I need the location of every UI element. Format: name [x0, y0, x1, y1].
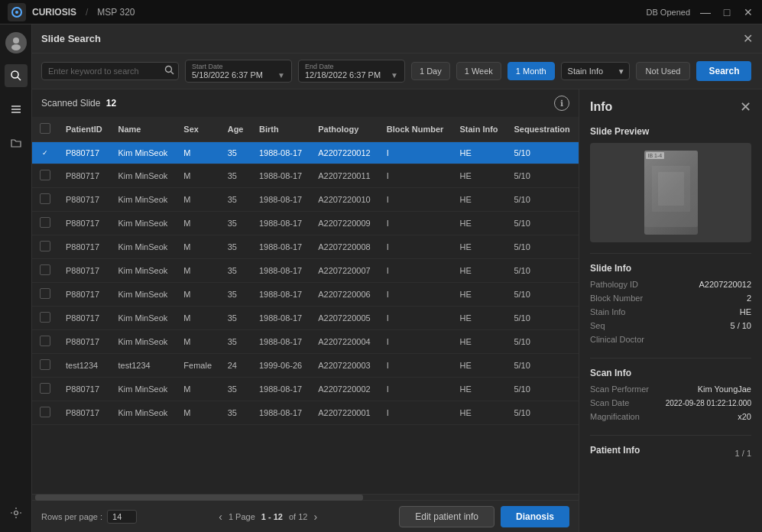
page-total: of 12	[289, 512, 307, 521]
info-panel-close-button[interactable]: ✕	[740, 99, 751, 115]
table-row[interactable]: test1234test1234Female241999-06-26A22072…	[32, 354, 579, 378]
cell-seq: 5/10	[506, 235, 579, 259]
search-button[interactable]: Search	[696, 61, 751, 81]
cell-name: Kim MinSeok	[111, 283, 177, 307]
slide-search-panel: Slide Search ✕ Start Date	[32, 24, 762, 532]
app-name: CURIOSIS	[32, 7, 76, 18]
start-date-field[interactable]: Start Date 5/18/2022 6:37 PM ▼	[185, 60, 292, 83]
search-input[interactable]	[41, 62, 179, 80]
svg-rect-7	[11, 109, 21, 110]
title-separator: /	[86, 7, 88, 18]
rows-per-page-select[interactable]: 14 25 50	[107, 510, 137, 524]
cell-sex: M	[176, 401, 219, 425]
slide-info-label: Slide Info	[590, 263, 751, 274]
slide-preview-label: Slide Preview	[590, 126, 751, 137]
cell-block: I	[379, 307, 452, 330]
nav-folder-icon[interactable]	[5, 131, 28, 154]
cell-block: I	[379, 401, 452, 425]
col-sex: Sex	[176, 117, 219, 142]
table-row[interactable]: P880717Kim MinSeokM351988-08-17A22072200…	[32, 235, 579, 259]
row-checkbox[interactable]	[40, 288, 50, 299]
info-panel: Info ✕ Slide Preview IB 1-4	[579, 89, 762, 532]
table-row[interactable]: P880717Kim MinSeokM351988-08-17A22072200…	[32, 307, 579, 330]
svg-point-1	[15, 11, 18, 14]
cell-seq: 5/10	[506, 401, 579, 425]
rpp-select-wrapper: 14 25 50	[107, 510, 137, 524]
cell-sex: M	[176, 235, 219, 259]
end-date-field[interactable]: End Date 12/18/2022 6:37 PM ▼	[298, 60, 405, 83]
row-checkbox[interactable]	[40, 170, 50, 180]
stain-info-val: HE	[740, 307, 751, 316]
maximize-button[interactable]: □	[721, 6, 733, 18]
cell-sex: M	[176, 188, 219, 212]
svg-line-5	[18, 77, 21, 80]
block-number-val: 2	[747, 294, 751, 303]
stain-select[interactable]: Stain Info HE IHC Special	[561, 62, 630, 80]
row-checkbox[interactable]	[40, 241, 50, 251]
select-all-checkbox[interactable]	[40, 123, 50, 134]
cell-patientid: P880717	[58, 142, 111, 164]
minimize-button[interactable]: —	[699, 6, 712, 18]
table-row[interactable]: ✓P880717Kim MinSeokM351988-08-17A2207220…	[32, 142, 579, 164]
table-row[interactable]: P880717Kim MinSeokM351988-08-17A22072200…	[32, 401, 579, 425]
table-info-icon[interactable]: ℹ	[554, 96, 569, 111]
next-page-button[interactable]: ›	[313, 511, 317, 523]
cell-age: 35	[220, 283, 251, 307]
nav-settings-icon[interactable]	[5, 501, 28, 524]
h-scroll-thumb[interactable]	[35, 495, 363, 501]
1day-button[interactable]: 1 Day	[411, 62, 450, 80]
row-checkbox[interactable]	[40, 264, 50, 275]
cell-pathology: A2207220006	[310, 283, 379, 307]
cell-age: 35	[220, 307, 251, 330]
data-table: PatientID Name Sex Age Birth Pathology B…	[32, 117, 579, 494]
cell-age: 35	[220, 378, 251, 401]
magnification-key: Magnification	[590, 412, 640, 421]
prev-page-button[interactable]: ‹	[219, 511, 222, 523]
search-icon[interactable]	[164, 65, 174, 77]
row-checkbox[interactable]	[40, 193, 50, 204]
diagnosis-button[interactable]: Dianosis	[501, 506, 569, 527]
row-checkbox[interactable]	[40, 217, 50, 228]
cell-pathology: A2207220008	[310, 235, 379, 259]
slide-thumbnail: IB 1-4	[644, 151, 698, 235]
cell-patientid: P880717	[58, 283, 111, 307]
magnification-row: Magnification x20	[590, 412, 751, 421]
table-header: PatientID Name Sex Age Birth Pathology B…	[32, 117, 579, 142]
close-window-button[interactable]: ✕	[742, 6, 754, 18]
patient-info-page: 1 / 1	[735, 449, 751, 458]
table-row[interactable]: P880717Kim MinSeokM351988-08-17A22072200…	[32, 259, 579, 283]
select-all-header[interactable]	[32, 117, 58, 142]
user-avatar[interactable]	[5, 32, 27, 54]
table-row[interactable]: P880717Kim MinSeokM351988-08-17A22072200…	[32, 378, 579, 401]
row-checkbox[interactable]	[40, 407, 50, 417]
row-checkbox[interactable]	[40, 336, 50, 346]
edit-patient-button[interactable]: Edit patient info	[399, 506, 494, 527]
nav-search-icon[interactable]	[5, 64, 28, 87]
cell-birth: 1988-08-17	[251, 235, 310, 259]
row-checkbox[interactable]: ✓	[40, 148, 50, 158]
panel-close-button[interactable]: ✕	[743, 31, 753, 46]
row-checkbox[interactable]	[40, 312, 50, 323]
col-stain: Stain Info	[452, 117, 506, 142]
cell-sex: M	[176, 283, 219, 307]
table-row[interactable]: P880717Kim MinSeokM351988-08-17A22072200…	[32, 188, 579, 212]
row-checkbox[interactable]	[40, 383, 50, 394]
table-row[interactable]: P880717Kim MinSeokM351988-08-17A22072200…	[32, 283, 579, 307]
table-row[interactable]: P880717Kim MinSeokM351988-08-17A22072200…	[32, 212, 579, 235]
table-row[interactable]: P880717Kim MinSeokM351988-08-17A22072200…	[32, 330, 579, 354]
table-row[interactable]: P880717Kim MinSeokM351988-08-17A22072200…	[32, 164, 579, 188]
cell-age: 35	[220, 259, 251, 283]
cell-patientid: P880717	[58, 307, 111, 330]
cell-pathology: A2207220001	[310, 401, 379, 425]
1month-button[interactable]: 1 Month	[507, 62, 555, 80]
cell-patientid: P880717	[58, 164, 111, 188]
scan-info-section: Scan Info Scan Performer Kim YoungJae Sc…	[579, 362, 762, 432]
row-checkbox[interactable]	[40, 359, 50, 370]
cell-stain: HE	[452, 283, 506, 307]
cell-patientid: P880717	[58, 235, 111, 259]
not-used-button[interactable]: Not Used	[636, 62, 691, 80]
cell-birth: 1988-08-17	[251, 164, 310, 188]
1week-button[interactable]: 1 Week	[456, 62, 501, 80]
nav-list-icon[interactable]	[5, 98, 28, 121]
horizontal-scrollbar[interactable]	[32, 494, 579, 500]
